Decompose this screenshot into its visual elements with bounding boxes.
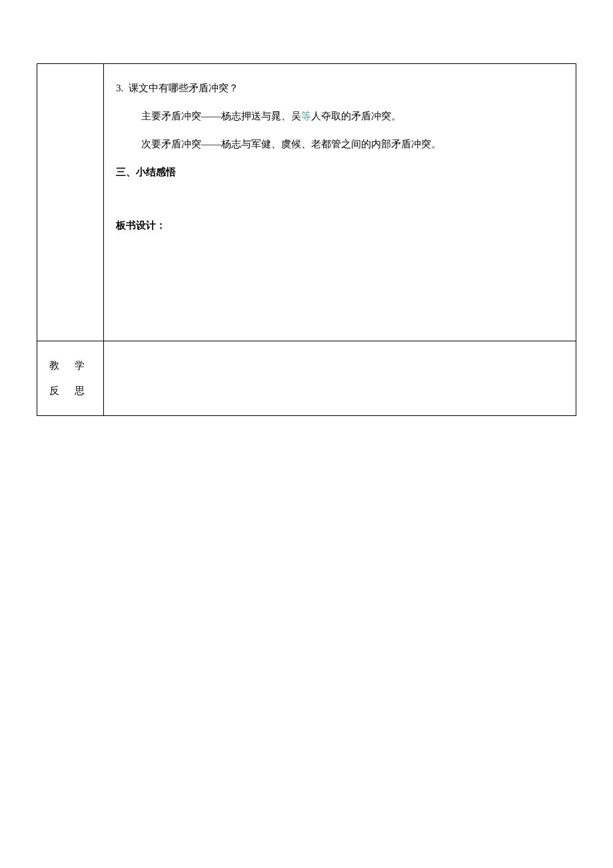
content-body-cell: 3. 课文中有哪些矛盾冲突？ 主要矛盾冲突——杨志押送与晁、吴等人夺取的矛盾冲突… (104, 64, 576, 341)
question-line: 3. 课文中有哪些矛盾冲突？ (116, 74, 564, 102)
lesson-plan-table: 3. 课文中有哪些矛盾冲突？ 主要矛盾冲突——杨志押送与晁、吴等人夺取的矛盾冲突… (37, 63, 576, 416)
question-number: 3. (116, 83, 123, 93)
reflection-char-1: 教 (49, 360, 66, 371)
reflection-char-2: 学 (75, 360, 91, 371)
answer1-suffix: 人夺取的矛盾冲突。 (311, 111, 401, 121)
reflection-row: 教 学 反 思 (37, 341, 576, 416)
reflection-char-4: 思 (75, 385, 91, 396)
answer-line-1: 主要矛盾冲突——杨志押送与晁、吴等人夺取的矛盾冲突。 (141, 102, 564, 130)
content-label-cell (37, 64, 104, 341)
section-heading: 三、小结感悟 (116, 158, 564, 186)
reflection-label: 教 学 反 思 (41, 353, 100, 403)
answer1-prefix: 主要矛盾冲突——杨志押送与晁、吴 (141, 111, 301, 121)
question-text: 课文中有哪些矛盾冲突？ (129, 83, 239, 93)
reflection-label-cell: 教 学 反 思 (37, 341, 104, 416)
reflection-body-cell (104, 341, 576, 416)
reflection-char-3: 反 (49, 385, 66, 396)
board-design-label: 板书设计： (116, 211, 564, 239)
answer-line-2: 次要矛盾冲突——杨志与军健、虞候、老都管之间的内部矛盾冲突。 (141, 130, 564, 158)
content-row: 3. 课文中有哪些矛盾冲突？ 主要矛盾冲突——杨志押送与晁、吴等人夺取的矛盾冲突… (37, 64, 576, 341)
answer1-teal: 等 (301, 111, 311, 121)
